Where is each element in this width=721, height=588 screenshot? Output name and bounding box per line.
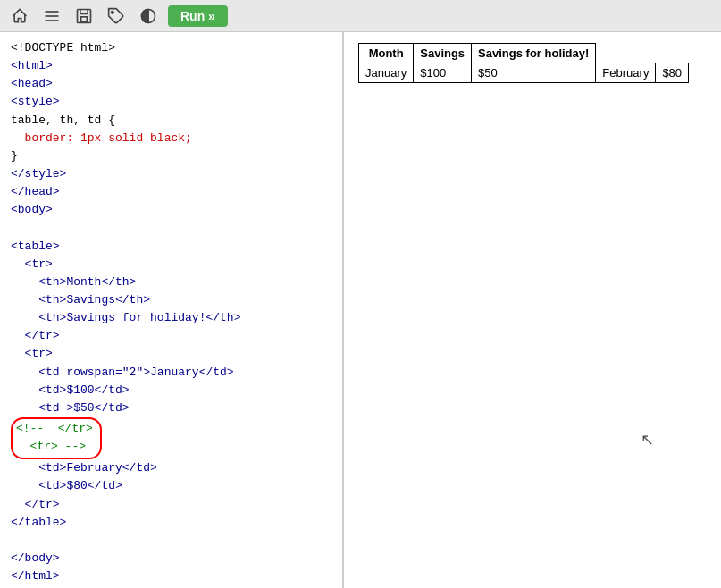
code-line: <body> (11, 201, 331, 219)
table-row: January $100 $50 February $80 (359, 63, 689, 83)
home-icon[interactable] (7, 4, 32, 29)
code-line: <tr> (11, 345, 331, 363)
code-line: </tr> (11, 496, 331, 514)
code-line: </tr> (11, 327, 331, 345)
main-content: <!DOCTYPE html> <html> <head> <style> ta… (0, 32, 721, 588)
code-line: <td>$80</td> (11, 477, 331, 495)
table-header-savings-holiday: Savings for holiday! (472, 44, 596, 63)
table-header-savings: Savings (414, 44, 472, 63)
code-line: <th>Month</th> (11, 273, 331, 291)
table-cell-80: $80 (656, 63, 689, 83)
code-line (11, 532, 331, 550)
code-line: <td>February</td> (11, 459, 331, 477)
code-line: } (11, 147, 331, 165)
code-line (11, 219, 331, 237)
save-icon[interactable] (71, 4, 96, 29)
code-line: </style> (11, 165, 331, 183)
code-line-comment1: <!-- </tr> (16, 420, 93, 438)
table-header-month: Month (359, 44, 414, 63)
table-cell-february: February (596, 63, 656, 83)
cursor-icon: ↖ (641, 430, 654, 449)
code-line: <td>$100</td> (11, 382, 331, 399)
preview-table: Month Savings Savings for holiday! Janua… (358, 43, 689, 83)
highlighted-comment-block: <!-- </tr> <tr> --> (11, 417, 102, 459)
code-line: <html> (11, 57, 331, 75)
svg-point-5 (112, 11, 114, 13)
code-line: <td rowspan="2">January</td> (11, 364, 331, 382)
preview-panel: Month Savings Savings for holiday! Janua… (344, 32, 721, 588)
menu-icon[interactable] (39, 4, 64, 29)
table-cell-january: January (359, 63, 414, 83)
code-line: <!DOCTYPE html> (11, 39, 331, 57)
code-line: <style> (11, 93, 331, 111)
code-line: <td >$50</td> (11, 399, 331, 417)
code-line: <head> (11, 75, 331, 93)
run-button[interactable]: Run » (168, 5, 228, 27)
code-line: </table> (11, 514, 331, 532)
code-line: table, th, td { (11, 112, 331, 130)
toolbar: Run » (0, 0, 721, 32)
table-cell-50: $50 (472, 63, 596, 83)
code-line: </body> (11, 550, 331, 567)
code-line-comment2: <tr> --> (16, 438, 93, 456)
code-line: <table> (11, 238, 331, 256)
code-line: <tr> (11, 256, 331, 273)
code-line: border: 1px solid black; (11, 130, 331, 147)
table-cell-100: $100 (414, 63, 472, 83)
code-line: <th>Savings</th> (11, 291, 331, 309)
code-line: <th>Savings for holiday!</th> (11, 309, 331, 327)
svg-rect-4 (81, 16, 88, 21)
tag-icon[interactable] (104, 4, 129, 29)
code-line: </head> (11, 183, 331, 201)
code-line: </html> (11, 567, 331, 585)
table-row: Month Savings Savings for holiday! (359, 44, 689, 63)
code-editor[interactable]: <!DOCTYPE html> <html> <head> <style> ta… (0, 32, 344, 588)
contrast-icon[interactable] (136, 4, 161, 29)
